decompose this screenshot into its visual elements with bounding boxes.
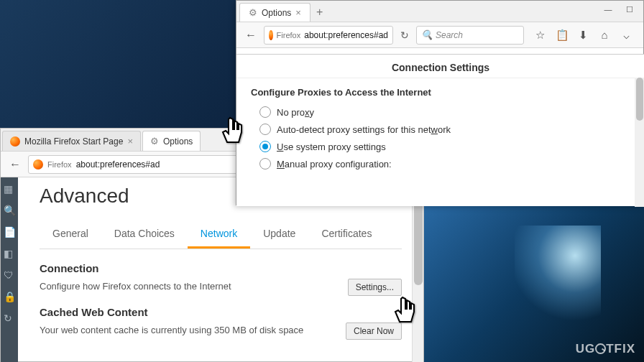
gear-icon: ⚙ (150, 136, 159, 147)
search-placeholder: Search (436, 30, 463, 40)
url-brand-label: Firefox (47, 160, 72, 169)
apps-icon[interactable]: ◧ (4, 248, 15, 259)
cursor-pointer-icon (388, 293, 424, 333)
back-button[interactable]: ← (241, 25, 261, 45)
firefox-window-front: — ☐ ⚙ Options × + ← Firefox about:prefer… (236, 0, 644, 205)
minimize-button[interactable]: — (597, 2, 619, 17)
downloads-icon[interactable]: ⬇ (577, 29, 589, 42)
settings-sidebar: ▦ 🔍 📄 ◧ 🛡 🔒 ↻ (1, 177, 18, 362)
toolbar-icons: ☆ 📋 ⬇ ⌂ ⌵ (527, 29, 639, 42)
radio-button[interactable] (259, 158, 271, 170)
subtab-data-choices[interactable]: Data Choices (101, 221, 188, 249)
url-brand-label: Firefox (277, 31, 301, 40)
radio-system-proxy[interactable]: Use system proxy settings (251, 138, 630, 155)
dialog-title: Connection Settings (236, 55, 644, 78)
subtab-bar: General Data Choices Network Update Cert… (40, 221, 402, 249)
back-button[interactable]: ← (5, 154, 25, 175)
tab-options[interactable]: ⚙ Options (142, 131, 201, 151)
search-icon: 🔍 (421, 29, 433, 40)
radio-label: Manual proxy configuration: (277, 159, 392, 170)
radio-manual-proxy[interactable]: Manual proxy configuration: (251, 155, 630, 172)
tab-start-page[interactable]: Mozilla Firefox Start Page × (2, 131, 141, 151)
scrollbar-thumb[interactable] (636, 78, 643, 121)
subtab-network[interactable]: Network (188, 221, 250, 249)
search-input[interactable]: 🔍 Search (416, 26, 524, 45)
desktop-background-right (421, 197, 644, 362)
security-icon[interactable]: 🔒 (4, 291, 15, 302)
connection-heading: Connection (40, 262, 402, 274)
tab-label: Options (163, 136, 193, 147)
url-text: about:preferences#ad (76, 159, 160, 170)
home-icon[interactable]: ⌂ (599, 29, 610, 42)
maximize-button[interactable]: ☐ (619, 2, 640, 17)
tab-options[interactable]: ⚙ Options × (239, 3, 310, 22)
radio-label: Auto-detect proxy settings for this netw… (277, 124, 451, 135)
scrollbar-thumb[interactable] (414, 199, 423, 285)
radio-label: Use system proxy settings (277, 141, 386, 152)
general-icon[interactable]: ▦ (4, 183, 15, 195)
close-icon[interactable]: × (295, 7, 301, 18)
url-input[interactable]: Firefox about:preferences#ad (264, 26, 393, 45)
radio-label: No proxy (277, 107, 314, 118)
window-controls: — ☐ (597, 2, 640, 17)
subtab-general[interactable]: General (40, 221, 101, 249)
sync-icon[interactable]: ↻ (4, 312, 15, 324)
address-bar: ← Firefox about:preferences#ad ↻ 🔍 Searc… (236, 22, 643, 48)
desktop-background-left (0, 0, 237, 129)
watermark: UGTFIX (576, 342, 635, 356)
cache-heading: Cached Web Content (40, 306, 402, 318)
tab-label: Options (262, 8, 291, 18)
radio-button[interactable] (259, 106, 271, 118)
tab-label: Mozilla Firefox Start Page (24, 136, 123, 147)
cursor-pointer-icon (216, 113, 252, 153)
connection-desc: Configure how Firefox connects to the In… (40, 281, 231, 292)
subtab-update[interactable]: Update (250, 221, 308, 249)
radio-button[interactable] (259, 124, 271, 135)
url-text: about:preferences#ad (304, 30, 388, 40)
content-icon[interactable]: 📄 (4, 226, 15, 238)
clipboard-icon[interactable]: 📋 (556, 29, 567, 42)
cache-desc: Your web content cache is currently usin… (40, 325, 303, 335)
connection-settings-dialog: Connection Settings Configure Proxies to… (236, 54, 644, 206)
radio-button[interactable] (259, 141, 271, 152)
firefox-icon (33, 159, 43, 170)
scrollbar[interactable] (635, 78, 644, 207)
tab-bar: ⚙ Options × + (236, 1, 643, 22)
dialog-heading: Configure Proxies to Access the Internet (251, 87, 630, 98)
bookmark-icon[interactable]: ☆ (534, 29, 546, 42)
new-tab-button[interactable]: + (310, 3, 328, 22)
privacy-icon[interactable]: 🛡 (4, 269, 15, 281)
firefox-icon (269, 30, 273, 40)
radio-auto-detect[interactable]: Auto-detect proxy settings for this netw… (251, 121, 630, 138)
firefox-icon (10, 136, 20, 147)
close-icon[interactable]: × (127, 136, 133, 147)
radio-no-proxy[interactable]: No proxy (251, 103, 630, 121)
refresh-icon[interactable]: ↻ (396, 29, 413, 41)
subtab-certificates[interactable]: Certificates (308, 221, 385, 249)
search-icon[interactable]: 🔍 (4, 205, 15, 216)
gear-icon: ⚙ (249, 7, 257, 18)
pocket-icon[interactable]: ⌵ (620, 29, 632, 42)
